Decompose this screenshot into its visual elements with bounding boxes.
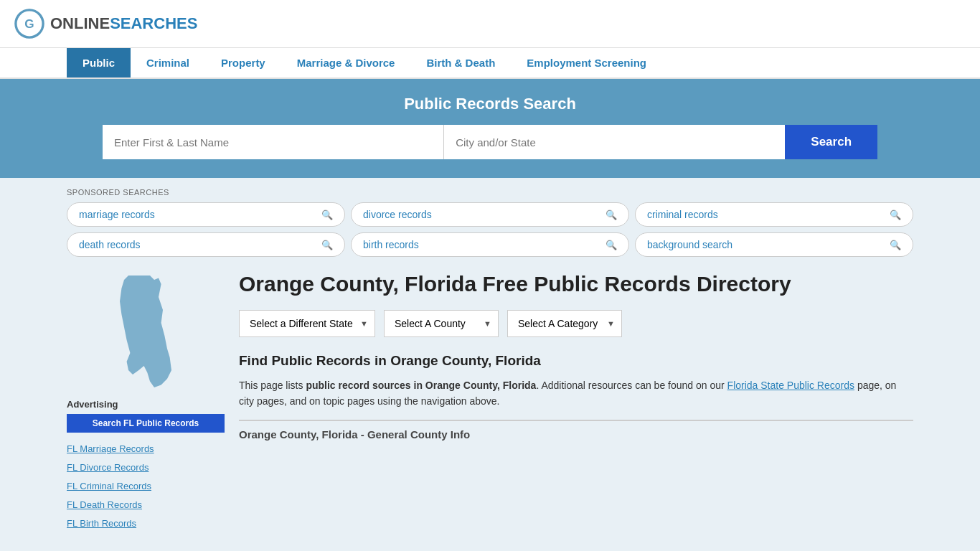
nav-link-public[interactable]: Public [67,48,131,77]
desc-part1: This page lists [239,380,306,391]
sponsored-item-criminal[interactable]: criminal records 🔍 [635,202,913,227]
sponsored-grid: marriage records 🔍 divorce records 🔍 cri… [67,202,913,257]
nav-item-employment[interactable]: Employment Screening [511,48,662,77]
header: G ONLINESEARCHES [0,0,980,48]
sidebar: Advertising Search FL Public Records FL … [67,271,225,533]
logo-text: ONLINESEARCHES [50,14,197,33]
florida-map-icon [103,271,189,392]
location-input[interactable] [444,125,785,159]
sponsored-item-death[interactable]: death records 🔍 [67,232,345,257]
hero-title: Public Records Search [14,95,966,113]
content-area: Advertising Search FL Public Records FL … [67,271,913,533]
logo-online: ONLINE [50,14,110,32]
sponsored-label: SPONSORED SEARCHES [67,188,913,197]
svg-text:G: G [24,17,34,31]
advertising-label: Advertising [67,399,225,410]
hero-section: Public Records Search Search [0,79,980,178]
nav-link-birth-death[interactable]: Birth & Death [410,48,511,77]
category-dropdown[interactable]: Select A Category [507,310,622,337]
sidebar-link-divorce[interactable]: FL Divorce Records [67,458,225,477]
name-input[interactable] [103,125,444,159]
search-button[interactable]: Search [785,125,877,159]
main-container: SPONSORED SEARCHES marriage records 🔍 di… [52,188,928,533]
logo-icon: G [14,9,44,39]
nav-item-criminal[interactable]: Criminal [131,48,205,77]
state-dropdown-wrap: Select a Different State [239,310,375,337]
logo-searches: SEARCHES [110,14,197,32]
sponsored-item-label: divorce records [363,209,432,220]
county-dropdown[interactable]: Select A County [384,310,499,337]
list-item[interactable]: FL Marriage Records [67,440,225,458]
main-content: Orange County, Florida Free Public Recor… [239,271,913,533]
nav-item-marriage-divorce[interactable]: Marriage & Divorce [281,48,411,77]
list-item[interactable]: FL Divorce Records [67,458,225,477]
logo: G ONLINESEARCHES [14,9,197,39]
main-nav: Public Criminal Property Marriage & Divo… [0,48,980,79]
desc-bold: public record sources in Orange County, … [306,380,536,391]
sponsored-item-label: marriage records [79,209,155,220]
nav-link-property[interactable]: Property [205,48,281,77]
sidebar-link-marriage[interactable]: FL Marriage Records [67,440,225,458]
section-heading: Find Public Records in Orange County, Fl… [239,353,913,369]
florida-records-link[interactable]: Florida State Public Records [727,380,854,391]
list-item[interactable]: FL Death Records [67,496,225,514]
section-description: This page lists public record sources in… [239,377,913,410]
nav-link-marriage-divorce[interactable]: Marriage & Divorce [281,48,411,77]
sidebar-link-death[interactable]: FL Death Records [67,496,225,514]
county-dropdown-wrap: Select A County [384,310,499,337]
category-dropdown-wrap: Select A Category [507,310,622,337]
nav-item-public[interactable]: Public [67,48,131,77]
sidebar-link-birth[interactable]: FL Birth Records [67,514,225,533]
sponsored-item-divorce[interactable]: divorce records 🔍 [351,202,629,227]
county-info-label: Orange County, Florida - General County … [239,421,913,441]
desc-part2: . Additional resources can be found on o… [536,380,727,391]
sponsored-item-label: death records [79,239,141,250]
nav-link-employment[interactable]: Employment Screening [511,48,662,77]
search-icon-criminal: 🔍 [890,209,901,220]
sponsored-item-label: birth records [363,239,419,250]
sponsored-item-label: background search [647,239,732,250]
search-bar: Search [103,125,877,159]
dropdowns-row: Select a Different State Select A County… [239,310,913,337]
search-icon-marriage: 🔍 [321,209,333,220]
sponsored-item-background[interactable]: background search 🔍 [635,232,913,257]
sidebar-links: FL Marriage Records FL Divorce Records F… [67,440,225,533]
nav-item-property[interactable]: Property [205,48,281,77]
ad-button[interactable]: Search FL Public Records [67,414,225,433]
sponsored-item-marriage[interactable]: marriage records 🔍 [67,202,345,227]
page-title: Orange County, Florida Free Public Recor… [239,271,913,297]
sponsored-item-label: criminal records [647,209,718,220]
sidebar-link-criminal[interactable]: FL Criminal Records [67,477,225,496]
search-icon-death: 🔍 [321,240,333,250]
state-dropdown[interactable]: Select a Different State [239,310,375,337]
list-item[interactable]: FL Criminal Records [67,477,225,496]
nav-item-birth-death[interactable]: Birth & Death [410,48,511,77]
search-icon-background: 🔍 [890,240,901,250]
search-icon-birth: 🔍 [606,240,617,250]
list-item[interactable]: FL Birth Records [67,514,225,533]
search-icon-divorce: 🔍 [606,209,617,220]
nav-link-criminal[interactable]: Criminal [131,48,205,77]
sponsored-item-birth[interactable]: birth records 🔍 [351,232,629,257]
